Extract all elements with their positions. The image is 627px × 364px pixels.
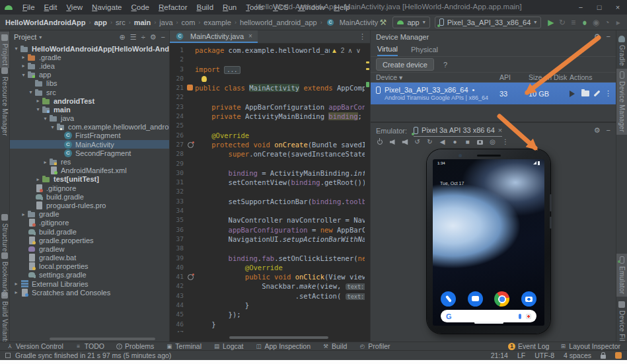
code-line-40[interactable]: 40 @Override [170, 263, 365, 272]
home-icon[interactable]: ● [452, 138, 458, 146]
project-tree-item-settings-gradle[interactable]: settings.gradle [10, 271, 169, 279]
project-tree-item-androidmanifest-xml[interactable]: AndroidManifest.xml [10, 166, 169, 175]
code-line-39[interactable]: 39 binding.fab.setOnClickListener(new V [170, 254, 365, 263]
project-tree-item-app[interactable]: ▾app [10, 71, 169, 79]
tree-toggle[interactable]: ▾ [34, 106, 42, 112]
project-tree-item-gradlew[interactable]: gradlew [10, 244, 169, 253]
menu-file[interactable]: File [18, 3, 40, 11]
menu-refactor[interactable]: Refactor [154, 3, 192, 11]
project-tree-item-src[interactable]: ▾src [10, 88, 169, 96]
more-icon[interactable]: ⋮ [502, 138, 509, 146]
code-line-44[interactable]: 44 } [170, 301, 365, 310]
tree-toggle[interactable]: ▸ [20, 63, 27, 69]
code-line-36[interactable]: 36 appBarConfiguration = new AppBarConf [170, 225, 365, 235]
column-actions[interactable]: Actions [570, 73, 616, 81]
menu-navigate[interactable]: Navigate [87, 3, 126, 11]
project-tree-item--gitignore[interactable]: .gitignore [10, 184, 169, 192]
project-tree-item-secondfragment[interactable]: SecondFragment [10, 149, 169, 157]
code-line-32[interactable]: 32 [170, 187, 365, 196]
editor-tab-mainactivity[interactable]: MainActivity.java × [170, 30, 258, 43]
code-line-31[interactable]: 31 setContentView(binding.getRoot()); [170, 178, 365, 187]
inspection-widget[interactable]: ▲ 2 ∧ ∨ [330, 47, 362, 54]
minimize-button[interactable]: − [572, 3, 590, 11]
project-toolbar-icon[interactable]: ⚙ [150, 33, 157, 42]
tab-physical[interactable]: Physical [411, 46, 438, 54]
breadcrumb-helloworld-android-app[interactable]: helloworld_android_app [240, 18, 317, 26]
stop-icon[interactable]: ■ [624, 17, 627, 28]
column-api[interactable]: API [499, 73, 529, 81]
code-line-43[interactable]: 43 .setAction( text: "Act [170, 291, 365, 301]
code-line-25[interactable]: 25 [170, 121, 365, 130]
project-tree-item-mainactivity[interactable]: MainActivity [10, 140, 169, 149]
code-line-41[interactable]: 41 public void onClick(View view) { [170, 272, 365, 281]
rotate-ccw-icon[interactable]: ↺ [414, 138, 420, 146]
project-tree-item-gradlew-bat[interactable]: gradlew.bat [10, 254, 169, 262]
tool-tab-device-manager[interactable]: Device Manager [616, 69, 627, 135]
tree-toggle[interactable]: ▾ [49, 124, 56, 130]
tree-toggle[interactable]: ▸ [13, 281, 20, 287]
code-line-3[interactable]: 3import ... [170, 65, 365, 74]
home-indicator[interactable] [474, 322, 503, 324]
breadcrumb-main[interactable]: main [134, 18, 151, 26]
tree-toggle[interactable]: ▸ [20, 54, 27, 60]
tool-window-button-build[interactable]: ⚒Build [322, 342, 347, 350]
emulator-tab[interactable]: Pixel 3a API 33 x86 64 × [414, 124, 502, 137]
project-tree-item-helloworldandroidapp[interactable]: ▾HelloWorldAndroidApp [HelloWorld-Androi… [10, 44, 169, 53]
horizontal-scrollbar[interactable] [50, 338, 155, 340]
tool-window-button-terminal[interactable]: ▣Terminal [166, 342, 202, 350]
help-icon[interactable]: ? [443, 61, 447, 69]
tab-virtual[interactable]: Virtual [377, 43, 398, 56]
device-table-row[interactable]: Pixel_3a_API_33_x86_64 • Android Tiramis… [371, 83, 616, 104]
project-toolbar-icon[interactable]: − [161, 33, 165, 41]
layout-inspector-button[interactable]: ⊞ Layout Inspector [560, 342, 620, 350]
override-gutter-icon[interactable] [186, 140, 195, 149]
messages-app-icon[interactable] [468, 291, 483, 307]
status-lf[interactable]: LF [517, 351, 525, 359]
override-gutter-icon[interactable] [186, 272, 195, 281]
rerun-icon[interactable]: ↻ [557, 17, 567, 28]
project-tree-item-gradle-properties[interactable]: gradle.properties [10, 236, 169, 244]
run-config-gutter-icon[interactable] [186, 83, 195, 92]
editor-options-icon[interactable]: ⋮ [359, 32, 370, 41]
camera-app-icon[interactable] [521, 291, 536, 307]
vol-down-icon[interactable] [389, 139, 395, 145]
close-icon[interactable]: × [498, 126, 502, 134]
back-icon[interactable]: ◀ [439, 138, 445, 146]
tree-toggle[interactable]: ▸ [42, 159, 49, 165]
code-line-34[interactable]: 34 [170, 206, 365, 215]
more-actions-icon[interactable]: ⋮ [605, 89, 612, 98]
project-tree-item-gradle[interactable]: ▸gradle [10, 210, 169, 219]
power-icon[interactable] [377, 139, 383, 145]
project-tree-item-build-gradle[interactable]: build.gradle [10, 227, 169, 236]
lens-icon[interactable] [526, 314, 531, 319]
code-line-30[interactable]: 30 binding = ActivityMainBinding.inflat [170, 168, 365, 178]
mic-icon[interactable] [519, 314, 521, 319]
column-size-on-disk[interactable]: Size on Disk [529, 73, 570, 81]
code-line-45[interactable]: 45 }); [170, 310, 365, 319]
project-tree-item-proguard-rules-pro[interactable]: proguard-rules.pro [10, 201, 169, 209]
tool-window-button-version-control[interactable]: YVersion Control [7, 342, 63, 350]
project-header-label[interactable]: Project [14, 33, 36, 41]
run-icon[interactable]: ▶ [546, 17, 556, 28]
code-editor[interactable]: MainActivity.java × ⋮ ▲ 2 ∧ ∨ 1package c… [170, 30, 370, 342]
status-4-spaces[interactable]: 4 spaces [564, 351, 591, 359]
prev-issue-icon[interactable]: ∧ [348, 47, 352, 54]
project-tree-item-local-properties[interactable]: local.properties [10, 262, 169, 271]
project-tree-item--idea[interactable]: ▸.idea [10, 61, 169, 70]
project-tree-item-test[interactable]: ▸test [unitTest] [10, 175, 169, 184]
overview-icon[interactable]: ■ [464, 138, 470, 146]
tree-toggle[interactable]: ▸ [20, 211, 27, 217]
code-lines[interactable]: 1package com.example.helloworld_and23imp… [170, 46, 365, 332]
menu-edit[interactable]: Edit [40, 3, 62, 11]
close-icon[interactable]: × [248, 32, 252, 40]
project-tree-item-androidtest[interactable]: ▸androidTest [10, 96, 169, 105]
create-device-button[interactable]: Create device [376, 58, 434, 71]
menu-view[interactable]: View [61, 3, 87, 11]
code-line-42[interactable]: 42 Snackbar.make(view, text: "Rep [170, 281, 365, 291]
horizontal-scrollbar[interactable] [229, 336, 328, 339]
maximize-button[interactable]: □ [590, 3, 609, 11]
tool-window-button-logcat[interactable]: ▤Logcat [213, 342, 244, 350]
lock-icon[interactable] [601, 355, 606, 359]
device-explorer-icon[interactable] [581, 91, 589, 96]
launch-device-icon[interactable] [570, 91, 575, 97]
